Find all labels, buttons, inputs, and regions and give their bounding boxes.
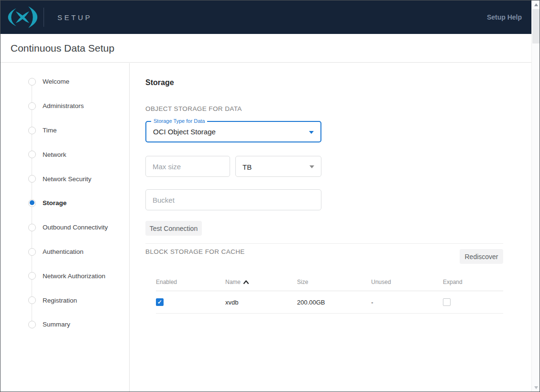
vertical-scrollbar[interactable] [531,0,540,392]
step-label: Administrators [43,102,84,109]
app-header: SETUP Setup Help [0,0,532,34]
block-storage-section-title: BLOCK STORAGE FOR CACHE [145,248,245,255]
step-network-security[interactable]: Network Security [0,167,129,191]
step-circle [28,321,36,328]
step-circle [28,127,36,134]
step-circle [28,151,36,158]
chevron-down-icon [309,131,314,134]
step-registration[interactable]: Registration [0,288,129,313]
step-label: Storage [43,199,66,207]
setup-help-link[interactable]: Setup Help [487,0,522,34]
step-circle [28,272,36,280]
step-welcome[interactable]: Welcome [0,70,129,94]
step-label: Network [43,151,66,158]
step-outbound-connectivity[interactable]: Outbound Connectivity [0,215,129,240]
step-network-authorization[interactable]: Network Authorization [0,264,129,288]
disk-name: xvdb [225,299,297,306]
column-header-size: Size [297,279,371,285]
step-administrators[interactable]: Administrators [0,94,129,118]
scroll-up-arrow-icon[interactable] [532,0,540,9]
column-header-name[interactable]: Name [225,279,297,285]
step-storage[interactable]: Storage [0,191,129,216]
title-bar: Continuous Data Setup [0,34,532,63]
step-circle [28,199,36,207]
step-label: Welcome [43,78,69,85]
step-network[interactable]: Network [0,142,129,167]
storage-step-panel: Storage OBJECT STORAGE FOR DATA Storage … [130,63,532,392]
scrollbar-thumb[interactable] [532,9,540,44]
section-divider [145,243,503,244]
step-circle [28,175,36,183]
delphix-logo-icon [7,6,38,31]
max-size-input[interactable] [145,156,230,177]
panel-heading: Storage [145,78,174,87]
bucket-input[interactable] [145,189,321,210]
storage-type-select[interactable]: Storage Type for Data OCI Object Storage [145,121,321,142]
disk-unused: - [371,299,443,306]
size-unit-value: TB [242,156,252,177]
step-label: Summary [43,321,70,328]
step-summary[interactable]: Summary [0,313,129,337]
step-label: Network Authorization [43,272,105,280]
step-circle [28,248,36,256]
setup-window: SETUP Setup Help Continuous Data Setup W… [0,0,540,392]
column-header-expand: Expand [443,279,503,285]
column-header-enabled: Enabled [156,279,225,285]
step-circle [28,102,36,110]
table-header-row: Enabled Name Size Unused Expand [156,273,503,291]
step-label: Network Security [43,175,91,183]
step-circle [28,78,36,86]
chevron-down-icon [309,165,314,168]
step-label: Time [43,127,57,134]
sort-ascending-icon [243,280,249,284]
step-label: Outbound Connectivity [43,224,108,231]
page-title: Continuous Data Setup [11,34,114,63]
step-circle [28,224,36,231]
step-label: Authentication [43,248,84,255]
test-connection-button[interactable]: Test Connection [145,221,202,236]
block-storage-table: Enabled Name Size Unused Expand xvdb 200… [156,273,503,314]
product-name: SETUP [57,0,92,34]
table-row: xvdb 200.00GB - [156,291,503,314]
storage-type-value: OCI Object Storage [153,122,216,142]
step-circle [28,296,36,304]
column-header-unused: Unused [371,279,443,285]
enabled-checkbox[interactable] [156,298,164,306]
wizard-stepper: Welcome Administrators Time Network Netw… [0,63,130,392]
scroll-down-arrow-icon[interactable] [532,383,540,392]
rediscover-button[interactable]: Rediscover [460,249,503,264]
step-time[interactable]: Time [0,118,129,142]
expand-checkbox[interactable] [443,298,451,306]
disk-size: 200.00GB [297,299,371,306]
step-label: Registration [43,297,77,304]
object-storage-section-title: OBJECT STORAGE FOR DATA [145,105,242,112]
size-unit-select[interactable]: TB [235,156,321,177]
header-divider [44,8,44,27]
step-authentication[interactable]: Authentication [0,240,129,264]
